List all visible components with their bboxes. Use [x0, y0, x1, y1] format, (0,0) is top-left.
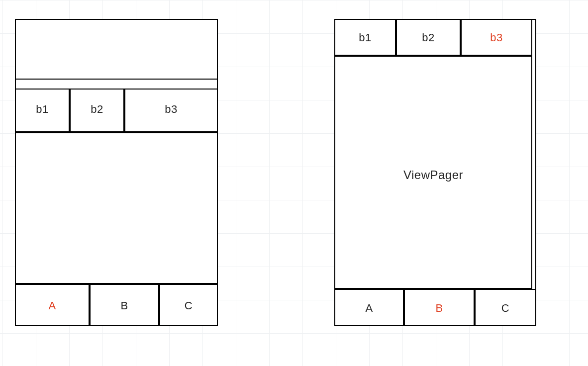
left-tab-b2-label: b2	[70, 103, 124, 116]
left-header	[15, 19, 218, 80]
left-bottom-b-label: B	[90, 299, 159, 312]
left-bottom-c-label: C	[159, 299, 218, 312]
left-bottom-a-label: A	[15, 299, 90, 312]
right-tab-b2-label: b2	[396, 31, 461, 44]
right-bottom-b-label: B	[404, 302, 475, 315]
right-tab-b3-label: b3	[461, 31, 532, 44]
left-tab-b3-label: b3	[124, 103, 218, 116]
right-bottom-a-label: A	[334, 302, 404, 315]
right-tab-b1-label: b1	[334, 31, 396, 44]
left-content	[15, 132, 218, 284]
right-bottom-c-label: C	[475, 302, 536, 315]
left-tab-b1-label: b1	[15, 103, 70, 116]
right-content-label: ViewPager	[334, 168, 532, 182]
